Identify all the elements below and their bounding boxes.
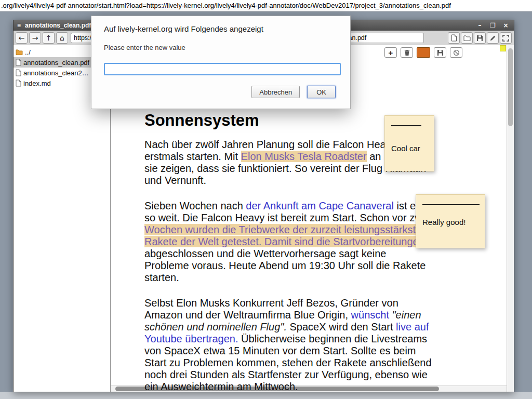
fullscreen-icon	[502, 35, 509, 42]
folder-icon	[16, 49, 23, 55]
open-folder-button[interactable]	[461, 32, 473, 44]
pdf-highlighted-text[interactable]: Wochen wurden die Triebwerke der zurzeit…	[144, 224, 427, 247]
home-icon: ⌂	[60, 34, 64, 42]
pdf-link-text[interactable]: wünscht	[351, 309, 389, 321]
trash-icon	[404, 49, 410, 56]
save-annotations-button[interactable]	[434, 47, 446, 58]
pdf-link-text[interactable]: der Ankunft am Cape Canaveral	[246, 200, 394, 211]
file-name: annotations_clean.pdf	[23, 59, 89, 66]
window-title: annotations_clean.pdf	[25, 22, 91, 29]
vertical-scrollbar[interactable]	[507, 45, 514, 392]
cancel-annotation-button[interactable]	[450, 47, 462, 58]
plus-icon: +	[389, 48, 393, 57]
folder-icon	[463, 35, 471, 41]
menu-icon[interactable]: ≡	[17, 22, 21, 29]
toolbar-right-icons	[448, 32, 512, 44]
note-stroke	[391, 125, 421, 126]
pdf-text: SpaceX wird den Start	[287, 321, 396, 332]
up-icon: ↑	[46, 34, 52, 42]
note-stroke	[422, 204, 480, 205]
save-icon	[476, 35, 483, 42]
annotation-toolbar: +	[384, 47, 462, 58]
dialog-buttons: Abbrechen OK	[104, 86, 338, 98]
delete-annotation-button[interactable]	[401, 47, 413, 58]
dialog-cancel-button[interactable]: Abbrechen	[251, 86, 300, 98]
prompt-dialog: Auf lively-kernel.org wird Folgendes ang…	[91, 16, 351, 109]
dialog-input[interactable]	[104, 63, 341, 75]
home-button[interactable]: ⌂	[56, 32, 68, 44]
sticky-note-really-good[interactable]: Really good!	[416, 194, 485, 248]
forward-button[interactable]: →	[29, 32, 41, 44]
dialog-title: Auf lively-kernel.org wird Folgendes ang…	[104, 24, 338, 33]
file-name: annotations_clean2.pdf	[23, 69, 90, 77]
note-text: Cool car	[391, 144, 428, 153]
file-icon	[16, 69, 21, 76]
dialog-ok-button[interactable]: OK	[307, 86, 336, 98]
forward-icon: →	[32, 34, 38, 42]
article-body: Nach über zwölf Jahren Planung soll die …	[144, 139, 433, 392]
edit-button[interactable]	[487, 32, 499, 44]
file-icon	[16, 59, 21, 66]
dialog-message: Please enter the new value	[104, 44, 338, 51]
browser-url-bar[interactable]: .org/lively4/lively4-pdf-annotator/start…	[0, 0, 532, 11]
pdf-highlighted-text[interactable]: Elon Musks Tesla Roadster	[241, 151, 367, 162]
pencil-icon	[489, 35, 496, 42]
desktop-bottom-strip	[0, 392, 532, 399]
sticky-note-cool-car[interactable]: Cool car	[384, 115, 434, 171]
highlight-color-swatch[interactable]	[417, 47, 430, 58]
pdf-paragraph: Selbst Elon Musks Konkurrent Jeff Bezos,…	[144, 297, 433, 392]
close-button[interactable]: ×	[501, 22, 510, 29]
save-button[interactable]	[474, 32, 486, 44]
file-name: index.md	[23, 79, 51, 87]
note-text: Really good!	[422, 218, 478, 227]
pdf-text: Sieben Wochen nach	[144, 200, 246, 211]
fullscreen-button[interactable]	[500, 32, 512, 44]
file-icon	[16, 79, 21, 87]
vertical-scrollbar-thumb[interactable]	[508, 48, 513, 126]
maximize-button[interactable]: ❐	[488, 22, 497, 29]
save-icon	[437, 49, 444, 56]
up-button[interactable]: ↑	[43, 32, 55, 44]
file-name: ../	[25, 48, 31, 56]
pdf-text: abgeschlossen und die Wettervorhersage s…	[144, 248, 425, 283]
back-icon: ←	[19, 34, 25, 42]
minimize-button[interactable]: –	[475, 22, 484, 29]
add-annotation-button[interactable]: +	[384, 47, 397, 58]
pdf-paragraph: Sieben Wochen nach der Ankunft am Cape C…	[144, 200, 433, 284]
new-file-button[interactable]	[448, 32, 460, 44]
new-file-icon	[451, 34, 457, 42]
back-button[interactable]: ←	[16, 32, 28, 44]
block-icon	[453, 49, 460, 56]
yellow-marker	[500, 45, 506, 51]
